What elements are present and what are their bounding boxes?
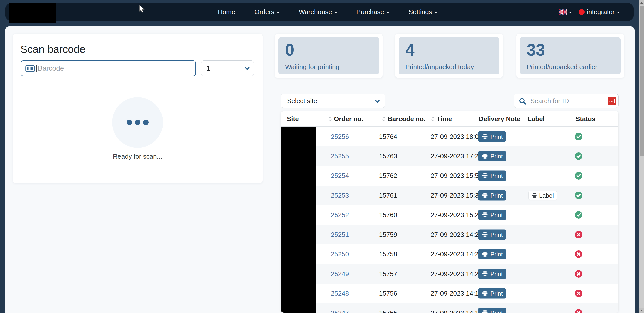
scan-status-spinner: [112, 97, 163, 148]
print-button[interactable]: Print: [478, 131, 506, 142]
table-row: 25256 15764 27-09-2023 18:02 Print: [281, 127, 618, 146]
barcode-cell: 15764: [374, 133, 402, 141]
barcode-cell: 15756: [374, 290, 402, 297]
column-header-order-no[interactable]: Order no.: [328, 115, 363, 123]
status-cell: [575, 172, 582, 180]
barcode-cell: 15757: [374, 270, 402, 278]
order-link[interactable]: 25256: [326, 133, 354, 141]
nav-item-label: Warehouse: [299, 8, 332, 16]
nav-item-settings[interactable]: Settings: [399, 3, 447, 21]
main-content: Scan barcode 1 Ready for scan...: [5, 26, 635, 313]
table-row: 25249 15757 27-09-2023 14:20 Print: [281, 264, 618, 284]
label-button[interactable]: Label: [528, 191, 557, 200]
print-button[interactable]: Print: [478, 190, 506, 201]
error-cross-icon: [575, 270, 582, 278]
stat-card-printed-today: 4 Printed/unpacked today: [395, 34, 503, 78]
chevron-down-icon: [386, 12, 389, 13]
print-button[interactable]: Print: [478, 249, 506, 259]
print-button-label: Print: [490, 172, 503, 179]
status-cell: [575, 133, 582, 140]
order-link[interactable]: 25249: [326, 270, 354, 278]
user-name: integrator: [587, 8, 615, 16]
nav-item-purchase[interactable]: Purchase: [347, 3, 399, 21]
barcode-cell: 15755: [374, 309, 402, 313]
chevron-down-icon: [334, 12, 337, 13]
print-button[interactable]: Print: [478, 288, 506, 299]
user-menu-dropdown[interactable]: integrator: [579, 8, 620, 16]
success-check-icon: [575, 152, 582, 160]
stat-value: 33: [527, 41, 614, 59]
time-cell: 27-09-2023 14:21: [431, 231, 482, 239]
top-navbar: Home Orders Warehouse Purchase Settings: [5, 3, 634, 21]
order-link[interactable]: 25247: [326, 309, 354, 313]
print-button[interactable]: Print: [478, 151, 506, 161]
scroll-down-arrow[interactable]: [639, 308, 644, 313]
print-button-label: Print: [490, 309, 503, 313]
sort-icon: [431, 116, 435, 122]
printer-icon: [482, 310, 488, 313]
chevron-down-icon: [569, 12, 572, 13]
loading-dot-icon: [135, 120, 140, 125]
time-cell: 27-09-2023 14:17: [431, 309, 482, 313]
print-button-label: Print: [490, 290, 503, 297]
order-link[interactable]: 25254: [326, 172, 354, 180]
nav-item-warehouse[interactable]: Warehouse: [289, 3, 347, 21]
order-link[interactable]: 25255: [326, 152, 354, 160]
status-cell: [575, 250, 582, 258]
print-button[interactable]: Print: [478, 171, 506, 181]
print-button[interactable]: Print: [478, 308, 506, 313]
print-button-label: Print: [490, 153, 503, 160]
barcode-icon: [25, 65, 35, 72]
print-button[interactable]: Print: [478, 269, 506, 279]
search-box: [514, 94, 619, 108]
quantity-select[interactable]: 1: [201, 60, 254, 76]
print-button-label: Print: [490, 192, 503, 199]
scrollbar-thumb[interactable]: [640, 6, 644, 156]
stat-card-printed-earlier: 33 Printed/unpacked earlier: [516, 34, 624, 78]
brand-logo-redacted[interactable]: [9, 3, 56, 23]
label-button-text: Label: [539, 192, 554, 199]
printer-icon: [482, 290, 488, 297]
chevron-down-icon: [375, 100, 380, 103]
success-check-icon: [575, 133, 582, 140]
chevron-down-icon: [245, 67, 250, 70]
barcode-input[interactable]: [21, 61, 195, 76]
stat-label: Printed/unpacked earlier: [527, 63, 614, 71]
main-nav: Home Orders Warehouse Purchase Settings: [208, 3, 447, 21]
error-cross-icon: [575, 231, 582, 238]
order-link[interactable]: 25253: [326, 192, 354, 199]
scan-status-text: Ready for scan...: [100, 153, 176, 160]
stat-label: Waiting for printing: [285, 63, 373, 71]
nav-item-label: Orders: [254, 8, 274, 16]
search-input[interactable]: [514, 94, 618, 108]
nav-item-label: Purchase: [356, 8, 384, 16]
quantity-value: 1: [206, 64, 210, 72]
print-button[interactable]: Print: [478, 230, 506, 240]
table-row: 25251 15759 27-09-2023 14:21 Print: [281, 225, 618, 244]
scroll-up-arrow[interactable]: [639, 0, 644, 5]
print-button[interactable]: Print: [478, 210, 506, 220]
table-row: 25253 15761 27-09-2023 15:30 Print Label: [281, 186, 618, 205]
nav-item-home[interactable]: Home: [208, 3, 245, 21]
language-dropdown[interactable]: [559, 9, 572, 15]
error-cross-icon: [575, 309, 582, 313]
success-check-icon: [575, 192, 582, 199]
order-link[interactable]: 25250: [326, 250, 354, 258]
column-header-barcode-no[interactable]: Barcode no.: [382, 115, 425, 123]
order-link[interactable]: 25248: [326, 290, 354, 297]
printer-icon: [482, 212, 488, 218]
status-cell: [575, 290, 582, 297]
table-row: 25250 15758 27-09-2023 14:21 Print: [281, 244, 618, 264]
order-link[interactable]: 25252: [326, 211, 354, 219]
chevron-down-icon: [617, 12, 620, 13]
site-filter-select[interactable]: Select site: [281, 94, 385, 108]
barcode-cell: 15762: [374, 172, 402, 180]
column-header-time[interactable]: Time: [431, 115, 452, 123]
nav-item-orders[interactable]: Orders: [245, 3, 289, 21]
password-manager-extension-icon[interactable]: [608, 97, 616, 105]
table-row: 25255 15763 27-09-2023 17:28 Print: [281, 146, 618, 166]
print-button-label: Print: [490, 270, 503, 277]
order-link[interactable]: 25251: [326, 231, 354, 239]
time-cell: 27-09-2023 15:30: [431, 192, 482, 199]
status-cell: [575, 152, 582, 160]
